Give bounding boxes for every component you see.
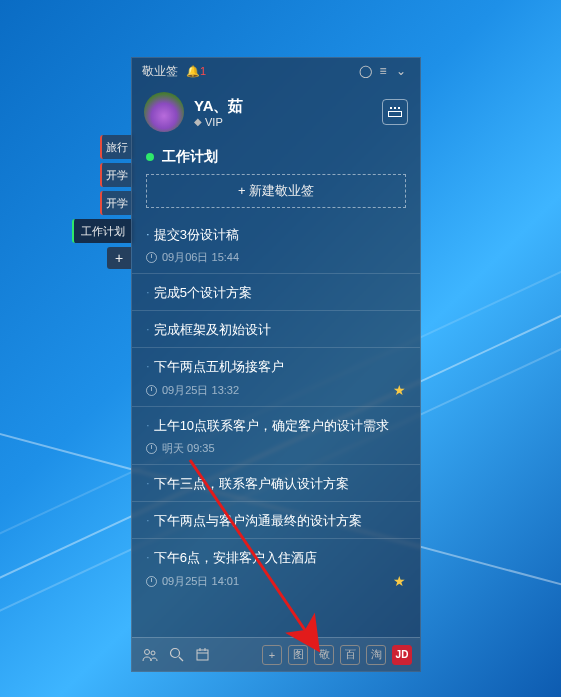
note-title: 下午6点，安排客户入住酒店 — [154, 549, 317, 567]
search-icon[interactable] — [166, 645, 186, 665]
star-icon[interactable]: ★ — [393, 573, 406, 589]
username: YA、茹 — [194, 97, 382, 116]
app-name: 敬业签 — [142, 63, 178, 80]
shortcut-bai[interactable]: 百 — [340, 645, 360, 665]
note-title: 下午三点，联系客户确认设计方案 — [154, 475, 349, 493]
bullet-icon: · — [146, 549, 150, 567]
note-time: 09月25日 13:32 — [162, 383, 239, 398]
note-item[interactable]: ·提交3份设计稿09月06日 15:44 — [132, 216, 420, 273]
note-title: 提交3份设计稿 — [154, 226, 239, 244]
clock-icon — [146, 443, 157, 454]
note-title: 完成5个设计方案 — [154, 284, 252, 302]
avatar[interactable] — [144, 92, 184, 132]
note-time: 明天 09:35 — [162, 441, 215, 456]
clock-icon — [146, 576, 157, 587]
profile-row: YA、茹 ◆ VIP — [132, 84, 420, 142]
note-item[interactable]: ·完成框架及初始设计 — [132, 310, 420, 347]
bullet-icon: · — [146, 358, 150, 376]
shortcut-tu[interactable]: 图 — [288, 645, 308, 665]
note-time: 09月06日 15:44 — [162, 250, 239, 265]
note-title: 上午10点联系客户，确定客户的设计需求 — [154, 417, 389, 435]
app-panel: 敬业签 🔔 1 ◯ ≡ ⌄ YA、茹 ◆ VIP 工作计划 + 新建敬业签 ·提… — [131, 57, 421, 672]
note-meta: 09月25日 14:01★ — [146, 573, 406, 589]
clock-icon — [146, 385, 157, 396]
shortcut-jing[interactable]: 敬 — [314, 645, 334, 665]
notif-count: 1 — [200, 65, 206, 77]
note-item[interactable]: ·完成5个设计方案 — [132, 273, 420, 310]
bullet-icon: · — [146, 321, 150, 339]
calendar-icon[interactable] — [382, 99, 408, 125]
notification-badge[interactable]: 🔔 1 — [186, 65, 206, 78]
sync-icon[interactable]: ◯ — [356, 64, 374, 78]
svg-rect-4 — [197, 650, 208, 660]
side-tab[interactable]: 工作计划 — [72, 219, 132, 243]
titlebar: 敬业签 🔔 1 ◯ ≡ ⌄ — [132, 58, 420, 84]
svg-point-0 — [145, 649, 150, 654]
note-list: ·提交3份设计稿09月06日 15:44·完成5个设计方案·完成框架及初始设计·… — [132, 216, 420, 637]
side-tab[interactable]: 开学 — [100, 191, 132, 215]
note-meta: 09月06日 15:44 — [146, 250, 406, 265]
side-tab[interactable]: 旅行 — [100, 135, 132, 159]
status-dot-icon — [146, 153, 154, 161]
section-header: 工作计划 — [132, 142, 420, 170]
side-tab[interactable]: 开学 — [100, 163, 132, 187]
add-button[interactable]: + — [262, 645, 282, 665]
note-item[interactable]: ·下午三点，联系客户确认设计方案 — [132, 464, 420, 501]
diamond-icon: ◆ — [194, 116, 202, 127]
bullet-icon: · — [146, 226, 150, 244]
note-item[interactable]: ·下午6点，安排客户入住酒店09月25日 14:01★ — [132, 538, 420, 597]
svg-point-1 — [151, 651, 155, 655]
bullet-icon: · — [146, 284, 150, 302]
note-time: 09月25日 14:01 — [162, 574, 239, 589]
add-tab-button[interactable]: + — [107, 247, 131, 269]
section-title: 工作计划 — [162, 148, 218, 166]
bottombar: + 图 敬 百 淘 JD — [132, 637, 420, 671]
shortcut-jd[interactable]: JD — [392, 645, 412, 665]
menu-icon[interactable]: ≡ — [374, 64, 392, 78]
note-meta: 09月25日 13:32★ — [146, 382, 406, 398]
note-item[interactable]: ·下午两点五机场接客户09月25日 13:32★ — [132, 347, 420, 406]
svg-line-3 — [179, 657, 183, 661]
new-note-button[interactable]: + 新建敬业签 — [146, 174, 406, 208]
note-meta: 明天 09:35 — [146, 441, 406, 456]
contacts-icon[interactable] — [140, 645, 160, 665]
bullet-icon: · — [146, 475, 150, 493]
vip-badge: ◆ VIP — [194, 116, 382, 128]
calendar-small-icon[interactable] — [192, 645, 212, 665]
note-title: 下午两点与客户沟通最终的设计方案 — [154, 512, 362, 530]
bullet-icon: · — [146, 417, 150, 435]
note-title: 下午两点五机场接客户 — [154, 358, 284, 376]
note-title: 完成框架及初始设计 — [154, 321, 271, 339]
note-item[interactable]: ·下午两点与客户沟通最终的设计方案 — [132, 501, 420, 538]
bell-icon: 🔔 — [186, 65, 200, 78]
star-icon[interactable]: ★ — [393, 382, 406, 398]
shortcut-tao[interactable]: 淘 — [366, 645, 386, 665]
svg-point-2 — [170, 649, 179, 658]
clock-icon — [146, 252, 157, 263]
chevron-down-icon[interactable]: ⌄ — [392, 64, 410, 78]
note-item[interactable]: ·上午10点联系客户，确定客户的设计需求明天 09:35 — [132, 406, 420, 464]
bullet-icon: · — [146, 512, 150, 530]
